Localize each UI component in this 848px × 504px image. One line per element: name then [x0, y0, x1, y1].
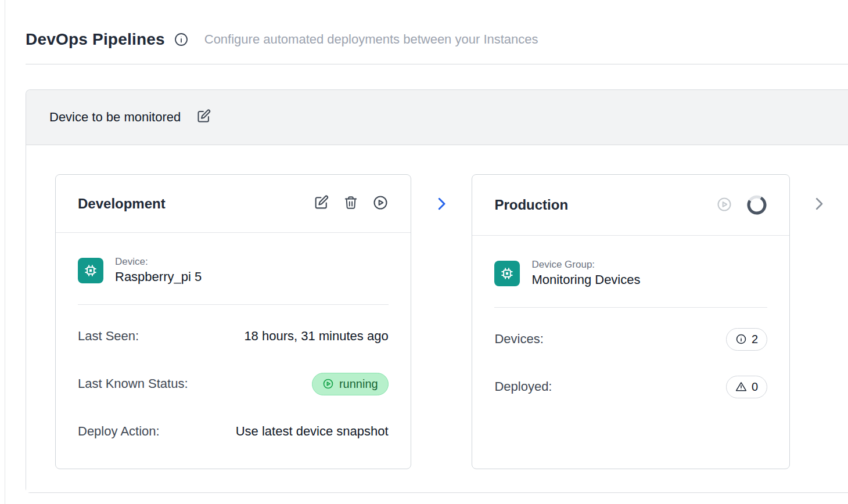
play-circle-icon [322, 378, 334, 390]
chevron-right-icon[interactable] [810, 195, 828, 213]
chip-icon [78, 258, 103, 283]
production-stage-card: Production [472, 174, 790, 469]
trash-icon [343, 195, 358, 213]
pipeline-title: Device to be monitored [49, 110, 181, 125]
stage-connector [411, 195, 472, 213]
deploy-action-value: Use latest device snapshot [236, 424, 389, 439]
status-badge: running [312, 373, 389, 395]
pipeline-panel: Device to be monitored Development [26, 89, 848, 493]
production-stage-title: Production [494, 197, 568, 213]
deploy-action-row: Deploy Action: Use latest device snapsho… [78, 420, 389, 443]
chevron-right-icon[interactable] [433, 195, 450, 213]
spinner-icon [746, 195, 767, 215]
development-card-body: Device: Raspberry_pi 5 Last Seen: 18 hou… [56, 233, 411, 469]
deployed-row: Deployed: 0 [494, 375, 767, 398]
edit-icon [196, 109, 211, 126]
info-circle-icon[interactable] [174, 33, 188, 46]
devices-row: Devices: 2 [494, 327, 767, 351]
run-stage-button-disabled[interactable] [716, 196, 732, 214]
development-stage-card: Development [55, 174, 411, 469]
last-seen-label: Last Seen: [78, 329, 139, 344]
deploy-action-label: Deploy Action: [78, 424, 160, 439]
last-seen-value: 18 hours, 31 minutes ago [244, 329, 388, 344]
device-label: Device: [115, 256, 202, 268]
delete-stage-button[interactable] [343, 195, 358, 213]
production-card-header: Production [472, 175, 789, 236]
deployed-count: 0 [752, 380, 758, 394]
card-divider [494, 307, 767, 308]
device-row: Device: Raspberry_pi 5 [78, 256, 389, 285]
development-card-actions [313, 195, 389, 213]
pipeline-panel-body: Development [26, 145, 848, 492]
status-badge-label: running [339, 377, 378, 391]
last-known-status-row: Last Known Status: running [78, 372, 389, 395]
last-seen-row: Last Seen: 18 hours, 31 minutes ago [78, 325, 389, 348]
deployed-count-pill[interactable]: 0 [726, 376, 767, 398]
header-divider [26, 64, 848, 64]
devices-label: Devices: [494, 332, 543, 347]
edit-pipeline-button[interactable] [196, 109, 211, 126]
devices-count-pill[interactable]: 2 [726, 328, 767, 351]
warning-triangle-icon [735, 381, 747, 393]
card-divider [78, 304, 389, 305]
page-subtitle: Configure automated deployments between … [204, 32, 538, 47]
production-card-actions [716, 195, 767, 215]
pipeline-panel-header: Device to be monitored [26, 90, 848, 145]
development-card-header: Development [56, 175, 411, 233]
device-name: Raspberry_pi 5 [115, 269, 202, 285]
deployed-label: Deployed: [494, 379, 552, 394]
development-stage-title: Development [78, 196, 166, 212]
play-circle-icon [372, 195, 389, 213]
page-title: DevOps Pipelines [26, 30, 165, 49]
run-stage-button[interactable] [372, 195, 389, 213]
device-group-name: Monitoring Devices [531, 272, 640, 287]
chip-icon [494, 261, 520, 286]
devices-count: 2 [752, 333, 758, 346]
device-group-row: Device Group: Monitoring Devices [494, 259, 767, 287]
device-group-info: Device Group: Monitoring Devices [531, 259, 640, 287]
edit-icon [313, 195, 329, 213]
info-circle-icon [735, 333, 747, 345]
next-stage-connector [790, 195, 848, 213]
page-left-border [5, 0, 5, 504]
page-header: DevOps Pipelines Configure automated dep… [26, 30, 848, 49]
production-card-body: Device Group: Monitoring Devices Devices… [472, 236, 789, 469]
main-content: DevOps Pipelines Configure automated dep… [0, 0, 848, 493]
device-group-label: Device Group: [531, 259, 640, 271]
device-info: Device: Raspberry_pi 5 [115, 256, 202, 285]
edit-stage-button[interactable] [313, 195, 329, 213]
last-known-status-label: Last Known Status: [78, 376, 188, 391]
play-circle-icon [716, 196, 732, 214]
